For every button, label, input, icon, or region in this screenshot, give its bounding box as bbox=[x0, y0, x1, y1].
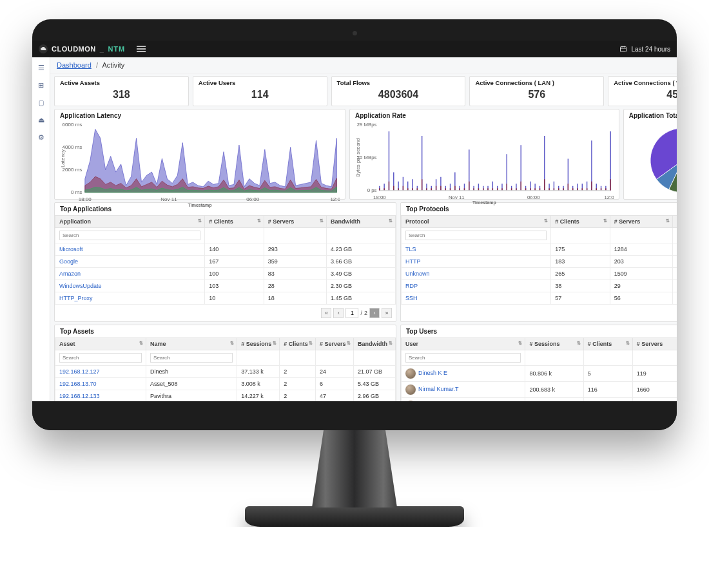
search-input[interactable] bbox=[59, 231, 200, 240]
table-row[interactable]: Google1673593.66 GB bbox=[55, 256, 396, 268]
sort-icon: ⇅ bbox=[273, 341, 277, 346]
svg-rect-0 bbox=[621, 47, 626, 52]
kpi-total-flows: Total Flows4803604 bbox=[331, 76, 466, 106]
column-header[interactable]: User⇅ bbox=[402, 338, 525, 350]
column-header[interactable]: Asset⇅ bbox=[55, 338, 146, 350]
panel-app-bw: Application Total Bandwidth bbox=[623, 109, 677, 200]
svg-text:2000 ms: 2000 ms bbox=[63, 167, 83, 173]
table-row[interactable]: Dinesh K E80.806 k511921.38 bbox=[402, 366, 677, 382]
kpi-row: Active Assets318 Active Users114 Total F… bbox=[50, 73, 677, 106]
table-row[interactable]: Microsoft1402934.23 GB bbox=[55, 243, 396, 256]
pager-next-button[interactable]: › bbox=[369, 308, 380, 318]
panel-title: Application Latency bbox=[55, 109, 345, 122]
pager-top-protocols: « ‹ › » bbox=[401, 305, 677, 321]
sidebar-item-2[interactable]: ⊞ bbox=[38, 81, 44, 90]
column-header[interactable]: # Sessions⇅ bbox=[525, 338, 583, 350]
panel-title: Application Total Bandwidth bbox=[624, 109, 677, 122]
column-header[interactable]: # Clients⇅ bbox=[583, 338, 632, 350]
pager-prev-button[interactable]: ‹ bbox=[333, 308, 344, 318]
table-row[interactable]: 192.168.12.127Dinesh37.133 k22421.07 GB bbox=[55, 366, 396, 378]
svg-text:18:00: 18:00 bbox=[373, 194, 386, 200]
kpi-active-assets: Active Assets318 bbox=[54, 76, 189, 106]
pager-page-input[interactable] bbox=[345, 308, 358, 318]
sort-icon: ⇅ bbox=[544, 218, 548, 223]
search-input[interactable] bbox=[150, 353, 233, 363]
table-row[interactable]: HTTP18320319.62 GB bbox=[402, 256, 677, 268]
top-applications-table: Application⇅# Clients⇅# Servers⇅Bandwidt… bbox=[55, 215, 396, 305]
rate-chart[interactable]: 0 ps10 MBps29 MBpsBytes per second18:00N… bbox=[355, 122, 614, 200]
sort-icon: ⇅ bbox=[347, 341, 351, 346]
svg-text:06:00: 06:00 bbox=[246, 196, 260, 202]
sort-icon: ⇅ bbox=[577, 341, 581, 346]
svg-text:18:00: 18:00 bbox=[79, 196, 92, 202]
table-row[interactable]: Nirmal Kumar.T200.683 k116166011.25 bbox=[402, 382, 677, 398]
column-header[interactable]: # Servers⇅ bbox=[315, 338, 353, 350]
brand-name: CLOUDMON bbox=[52, 45, 96, 53]
sort-icon: ⇅ bbox=[320, 218, 324, 223]
column-header[interactable]: # Servers⇅ bbox=[610, 216, 672, 228]
column-header[interactable]: Bandwidth⇅ bbox=[326, 216, 395, 228]
sort-icon: ⇅ bbox=[626, 341, 630, 346]
panel-top-assets: Top Assets Asset⇅Name⇅# Sessions⇅# Clien… bbox=[54, 325, 396, 401]
column-header[interactable]: # Sessions⇅ bbox=[237, 338, 280, 350]
sort-icon: ⇅ bbox=[139, 341, 143, 346]
table-row[interactable]: Unknown26515095.42 GB bbox=[402, 268, 677, 280]
left-sidebar: ☰ ⊞ ▢ ⏏ ⚙ bbox=[32, 57, 50, 401]
column-header[interactable]: # Clients⇅ bbox=[280, 338, 316, 350]
column-header[interactable]: Bandwidth⇅ bbox=[353, 338, 395, 350]
table-row[interactable]: 192.168.13.70Asset_5083.008 k265.43 GB bbox=[55, 378, 396, 390]
breadcrumb-root[interactable]: Dashboard bbox=[57, 61, 92, 69]
avatar bbox=[405, 368, 416, 379]
breadcrumb-current: Activity bbox=[102, 61, 124, 69]
search-input[interactable] bbox=[59, 353, 142, 363]
kpi-active-users: Active Users114 bbox=[193, 76, 327, 106]
column-header[interactable]: Application⇅ bbox=[55, 216, 205, 228]
table-row[interactable]: TLS175128431.51 GB bbox=[402, 243, 677, 256]
table-row[interactable]: WindowsUpdate103282.30 GB bbox=[55, 280, 396, 292]
table-row[interactable]: HTTP_Proxy10181.45 GB bbox=[55, 292, 396, 305]
sidebar-item-3[interactable]: ▢ bbox=[39, 99, 44, 107]
latency-chart[interactable]: 0 ms2000 ms4000 ms6000 msLatency18:00Nov… bbox=[60, 122, 340, 203]
camera-dot bbox=[353, 31, 357, 35]
column-header[interactable]: # Clients⇅ bbox=[551, 216, 610, 228]
column-header[interactable]: # Clients⇅ bbox=[205, 216, 264, 228]
sort-icon: ⇅ bbox=[518, 341, 522, 346]
svg-text:06:00: 06:00 bbox=[527, 194, 540, 200]
date-range-picker[interactable]: Last 24 hours bbox=[619, 45, 670, 53]
pager-top-applications: « ‹ / 2 › » bbox=[55, 305, 396, 321]
breadcrumb: Dashboard / Activity bbox=[50, 57, 677, 73]
column-header[interactable]: Protocol⇅ bbox=[402, 216, 551, 228]
sidebar-item-1[interactable]: ☰ bbox=[38, 64, 44, 72]
sidebar-item-4[interactable]: ⏏ bbox=[38, 116, 44, 124]
app-topbar: CLOUDMON _ NTM Last 24 hours bbox=[32, 41, 677, 57]
column-header[interactable]: Name⇅ bbox=[146, 338, 237, 350]
menu-toggle-icon[interactable] bbox=[137, 46, 146, 52]
svg-text:Bytes per second: Bytes per second bbox=[355, 138, 361, 177]
main-content: Dashboard / Activity Active Assets318 Ac… bbox=[50, 57, 677, 401]
column-header[interactable]: # Servers⇅ bbox=[632, 338, 677, 350]
brand-logo[interactable]: CLOUDMON _ NTM bbox=[39, 44, 125, 53]
search-input[interactable] bbox=[405, 353, 521, 363]
pager-total: 2 bbox=[364, 310, 367, 316]
pager-last-button[interactable]: » bbox=[382, 308, 392, 318]
sidebar-item-5[interactable]: ⚙ bbox=[38, 133, 44, 142]
column-header[interactable]: # Servers⇅ bbox=[264, 216, 326, 228]
sort-icon: ⇅ bbox=[389, 218, 393, 223]
table-row[interactable]: RDP38292.60 GB bbox=[402, 280, 677, 292]
svg-text:Nov 11: Nov 11 bbox=[449, 194, 465, 200]
table-row[interactable]: SSH5756709.32 MB bbox=[402, 292, 677, 305]
table-row[interactable]: Stephen Reed742.042 k23374.03 G bbox=[402, 398, 677, 402]
monitor-frame: CLOUDMON _ NTM Last 24 hours ☰ bbox=[32, 19, 677, 527]
avatar bbox=[405, 384, 416, 395]
bandwidth-pie-chart[interactable] bbox=[647, 125, 677, 196]
svg-text:Nov 11: Nov 11 bbox=[160, 196, 177, 202]
search-input[interactable] bbox=[405, 231, 547, 240]
top-protocols-table: Protocol⇅# Clients⇅# Servers⇅Bandwidth⇅ … bbox=[401, 215, 677, 305]
panel-title: Top Assets bbox=[55, 325, 396, 337]
column-header[interactable]: Bandwidth⇅ bbox=[672, 216, 677, 228]
pager-first-button[interactable]: « bbox=[321, 308, 331, 318]
svg-text:6000 ms: 6000 ms bbox=[63, 122, 83, 128]
table-row[interactable]: 192.168.12.133Pavithra14.227 k2472.96 GB bbox=[55, 390, 396, 402]
table-row[interactable]: Amazon100833.49 GB bbox=[55, 268, 396, 280]
sort-icon: ⇅ bbox=[666, 218, 670, 223]
